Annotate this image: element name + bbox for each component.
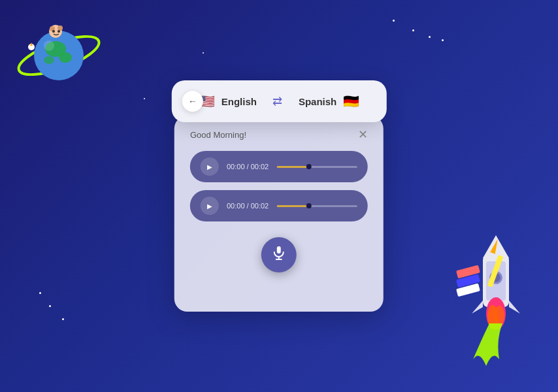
swap-icon: ⇄ [272, 94, 282, 108]
progress-track-1[interactable] [276, 166, 357, 168]
svg-point-8 [57, 25, 63, 31]
svg-rect-28 [277, 246, 281, 253]
progress-track-2[interactable] [276, 205, 357, 207]
content-card: Good Morning! ✕ ▶ 00:00 / 00:02 ▶ [174, 116, 384, 312]
progress-thumb-1 [306, 164, 312, 169]
main-content: ← 🇺🇸 English ⇄ Spanish 🇩🇪 Good Morning! … [172, 80, 387, 312]
play-icon-1: ▶ [207, 163, 212, 171]
svg-point-5 [44, 41, 54, 51]
progress-thumb-2 [306, 203, 312, 208]
progress-container-2[interactable] [276, 205, 357, 207]
audio-player-1: ▶ 00:00 / 00:02 [190, 151, 368, 182]
language-selector-card: ← 🇺🇸 English ⇄ Spanish 🇩🇪 [172, 80, 387, 122]
close-button[interactable]: ✕ [358, 129, 368, 140]
svg-marker-19 [509, 301, 520, 314]
mic-button-container [190, 237, 368, 272]
time-display-1: 00:00 / 00:02 [227, 163, 269, 171]
play-button-1[interactable]: ▶ [201, 157, 219, 176]
card-header: Good Morning! ✕ [190, 129, 368, 140]
close-icon: ✕ [358, 128, 368, 141]
progress-container-1[interactable] [276, 166, 357, 168]
play-icon-2: ▶ [207, 203, 212, 210]
back-button[interactable]: ← [182, 91, 203, 112]
flag-spanish: 🇩🇪 [342, 92, 360, 110]
language-from-label: English [222, 96, 257, 107]
svg-point-27 [494, 306, 504, 325]
microphone-icon [271, 245, 287, 265]
play-button-2[interactable]: ▶ [201, 197, 219, 215]
language-from: 🇺🇸 English [198, 92, 257, 110]
svg-point-10 [57, 30, 60, 33]
audio-player-2: ▶ 00:00 / 00:02 [190, 190, 368, 221]
rocket-character [421, 229, 538, 372]
time-display-2: 00:00 / 00:02 [227, 202, 269, 210]
progress-fill-1 [276, 166, 309, 168]
back-icon: ← [188, 96, 197, 106]
svg-point-9 [52, 30, 55, 33]
microphone-button[interactable] [261, 237, 297, 272]
globe-character [13, 13, 105, 91]
greeting-text: Good Morning! [190, 130, 246, 140]
progress-fill-2 [276, 205, 309, 207]
language-to-label: Spanish [299, 96, 336, 107]
svg-point-4 [44, 56, 54, 64]
language-to: Spanish 🇩🇪 [299, 92, 360, 110]
svg-marker-18 [472, 301, 483, 314]
svg-point-3 [59, 52, 72, 63]
swap-languages-button[interactable]: ⇄ [267, 91, 288, 112]
